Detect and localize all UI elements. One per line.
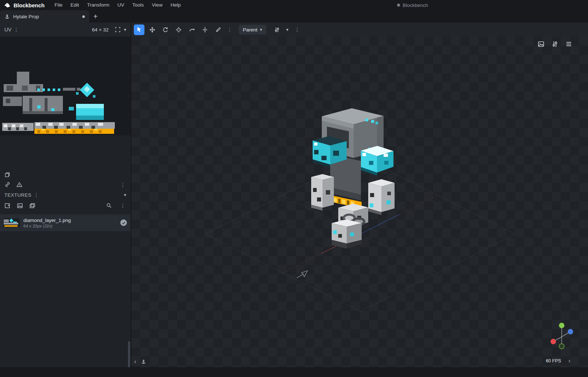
dropdown-caret-icon: ▾ xyxy=(260,27,262,32)
textures-menu-button[interactable]: ⋮ xyxy=(31,192,41,198)
paint-brush-tool-button[interactable] xyxy=(213,24,223,35)
texture-size-label: 64 × 32 xyxy=(92,27,109,33)
textures-toolbar: ⋮ xyxy=(0,200,131,211)
nonuniform-warning-icon xyxy=(16,182,22,188)
textures-toolbar-menu-button[interactable]: ⋮ xyxy=(118,203,128,208)
collapse-left-chevron[interactable]: ‹ xyxy=(134,358,136,365)
uv-panel-footer: ⋮ xyxy=(0,170,131,189)
menu-transform[interactable]: Transform xyxy=(83,0,113,10)
fps-label: 60 FPS xyxy=(546,358,561,363)
main-toolbar: ⋮ Parent ▾ ▾ ⋮ xyxy=(131,23,588,37)
tab-hytale-prop[interactable]: Hytale Prop xyxy=(0,10,89,23)
main-menu: File Edit Transform UV Tools View Help xyxy=(50,0,185,10)
app-title: Blockbench xyxy=(14,2,45,8)
toolbar-separator: ⋮ xyxy=(226,27,233,33)
uv-panel-title: UV xyxy=(4,27,11,33)
gizmo-y-axis xyxy=(559,323,565,328)
textures-title: TEXTURES xyxy=(4,192,31,198)
menu-help[interactable]: Help xyxy=(166,0,185,10)
texture-folder-button[interactable] xyxy=(29,203,35,209)
uv-footer-menu-button[interactable]: ⋮ xyxy=(118,182,128,188)
tabbar: Hytale Prop + xyxy=(0,10,588,23)
texture-list-item[interactable]: diamond_layer_1.png 64 x 32px (32x) xyxy=(0,214,131,231)
toolbar-menu-button[interactable]: ⋮ xyxy=(293,27,302,33)
viewport-menu-button[interactable] xyxy=(564,39,573,49)
rotate-tool-button[interactable] xyxy=(160,24,171,35)
link-uv-button[interactable] xyxy=(4,181,11,188)
menu-edit[interactable]: Edit xyxy=(67,0,83,10)
menu-tools[interactable]: Tools xyxy=(128,0,148,10)
texture-name: diamond_layer_1.png xyxy=(23,218,117,223)
rotate-view-tool-button[interactable] xyxy=(186,24,197,35)
expand-right-chevron[interactable]: › xyxy=(568,357,570,365)
fps-readout: 60 FPS › xyxy=(546,357,570,365)
toolbar-caret[interactable]: ▾ xyxy=(285,27,290,32)
viewport-bottom-controls: ‹ xyxy=(134,358,146,365)
blockbench-logo-icon xyxy=(4,2,11,8)
status-label: Blockbench xyxy=(403,3,428,8)
uv-panel-header: UV ⋮ 64 × 32 ▾ xyxy=(0,23,131,37)
texture-selected-check-icon[interactable] xyxy=(120,219,127,226)
textures-panel-header: TEXTURES ⋮ ▾ xyxy=(0,189,131,200)
anchor-toggle-icon[interactable] xyxy=(141,359,146,365)
project-icon xyxy=(4,14,10,19)
viewport-3d[interactable]: 60 FPS › ‹ xyxy=(131,37,588,367)
import-texture-button[interactable] xyxy=(4,203,11,209)
texture-preview xyxy=(1,69,131,135)
menu-view[interactable]: View xyxy=(148,0,166,10)
transform-space-value: Parent xyxy=(243,27,257,33)
uv-editor-canvas[interactable] xyxy=(0,37,131,135)
transform-space-dropdown[interactable]: Parent ▾ xyxy=(239,25,266,34)
toolbar-row: UV ⋮ 64 × 32 ▾ xyxy=(0,23,588,37)
stretch-tool-button[interactable] xyxy=(200,24,210,35)
unsaved-indicator xyxy=(82,15,85,18)
gizmo-x-axis xyxy=(551,339,556,344)
gizmo-neg-y-axis xyxy=(559,344,564,349)
uv-maximize-button[interactable] xyxy=(113,25,122,34)
left-panel: ⋮ TEXTURES ⋮ ▾ xyxy=(0,37,131,367)
move-tool-button[interactable] xyxy=(147,24,158,35)
select-tool-button[interactable] xyxy=(134,24,144,35)
status-strip xyxy=(0,367,588,377)
gizmo-z-axis xyxy=(568,329,573,335)
copy-uv-button[interactable] xyxy=(4,172,10,178)
textures-collapse-chevron[interactable]: ▾ xyxy=(122,192,128,197)
new-tab-button[interactable]: + xyxy=(89,10,102,23)
uv-panel-menu-button[interactable]: ⋮ xyxy=(11,27,21,33)
viewport-controls xyxy=(536,39,573,49)
background-image-button[interactable] xyxy=(536,39,546,49)
new-texture-button[interactable] xyxy=(17,203,23,209)
texture-meta: 64 x 32px (32x) xyxy=(23,224,117,228)
menu-file[interactable]: File xyxy=(50,0,67,10)
search-textures-button[interactable] xyxy=(106,203,112,208)
viewport-sliders-button[interactable] xyxy=(550,39,559,49)
menu-uv[interactable]: UV xyxy=(113,0,128,10)
scene-canvas xyxy=(131,37,588,367)
panel-scrollbar[interactable] xyxy=(128,341,130,367)
window-status: Blockbench xyxy=(397,0,428,10)
pivot-tool-button[interactable] xyxy=(173,24,184,35)
tab-label: Hytale Prop xyxy=(13,14,79,19)
uv-collapse-chevron[interactable]: ▾ xyxy=(122,27,128,32)
texture-thumbnail xyxy=(3,218,20,227)
status-dot-icon xyxy=(397,4,400,7)
view-gizmo[interactable] xyxy=(549,321,575,350)
options-sliders-button[interactable] xyxy=(272,24,282,35)
menubar: Blockbench File Edit Transform UV Tools … xyxy=(0,0,588,10)
